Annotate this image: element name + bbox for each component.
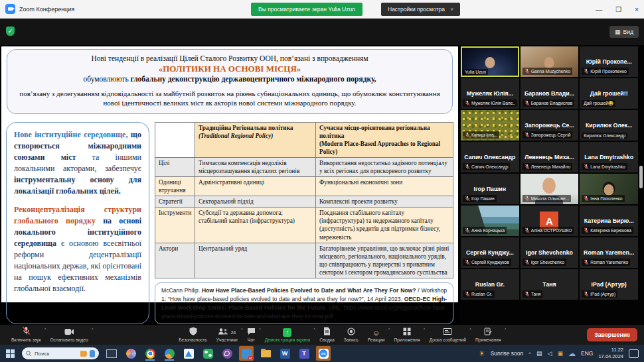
toolbar-stop-video-button[interactable]: ^Остановить видео <box>46 325 93 345</box>
taskbar-app-zoom-icon[interactable]: zm <box>316 346 331 361</box>
search-input[interactable]: Поиск <box>22 347 99 359</box>
participant-tile[interactable]: AАліна ОСТРОУШКО <box>521 206 579 236</box>
participant-tile[interactable]: Сергей Кунджу...Сергей Кунджуков <box>461 237 519 268</box>
toolbar-notes-button[interactable]: ^Примечания <box>471 325 506 345</box>
touch-keyboard-icon[interactable]: ▤ <box>536 350 542 357</box>
zoom-logo-icon <box>5 4 15 14</box>
toolbar-whiteboard-button[interactable]: ^Доска сообщений <box>425 325 471 345</box>
toolbar-security-button[interactable]: Безопасность <box>174 325 212 345</box>
taskbar-app-chrome-icon[interactable] <box>143 346 157 361</box>
table-cell: Цілі <box>155 157 195 176</box>
participant-video <box>544 57 554 68</box>
toolbar-record-button[interactable]: Запись <box>339 325 363 345</box>
alert-icon[interactable]: ▣ <box>558 350 564 357</box>
participant-tile[interactable]: Запорожець Се...Запорожець Сергій <box>521 110 579 141</box>
notification-center-icon[interactable] <box>629 349 639 358</box>
end-meeting-button[interactable]: Завершение <box>587 328 637 341</box>
muted-mic-icon <box>524 100 530 106</box>
gallery-scrollbar[interactable] <box>639 45 643 325</box>
participant-tile[interactable]: Igor ShevchenkoIgor Shevchenko <box>521 237 579 268</box>
participant-tile[interactable]: Юрій Прокопе...Юрій Прокопенко <box>580 46 638 77</box>
volume-icon[interactable]: ◁ <box>548 350 552 357</box>
participant-tile[interactable]: Lana DmytrashkoLana Dmytrashko <box>580 142 638 172</box>
participant-tile[interactable]: Ganna Muzychenko <box>521 46 579 77</box>
taskbar-app-edge-icon[interactable] <box>162 346 177 361</box>
participant-tile[interactable]: Левенець Миха...Левенець Михайло <box>521 142 579 172</box>
table-row: АкториЦентральний урядБагаторівневе упра… <box>155 243 453 278</box>
muted-mic-icon <box>524 259 530 265</box>
taskbar-app-task-view-icon[interactable] <box>104 346 119 361</box>
participant-tile[interactable]: Катерина Бирю...Катерина Бирюкова <box>580 206 638 236</box>
toolbar-summary-button[interactable]: Сводка <box>315 325 339 345</box>
taskbar-app-teams-icon[interactable]: T <box>297 346 311 361</box>
toolbar-item-label: Доска сообщений <box>430 337 466 342</box>
participant-tile[interactable]: Анна Корнацька <box>461 206 519 236</box>
table-cell: Актори <box>155 243 195 278</box>
toolbar-item-label: Включить звук <box>11 337 41 342</box>
camera-icon <box>64 326 74 338</box>
note-icon <box>484 326 492 338</box>
toolbar-item-label: Чат <box>248 337 255 342</box>
slide-title-line1: Нові тенденції в реалізації Цілей Сталог… <box>15 54 444 62</box>
search-placeholder: Поиск <box>35 351 49 357</box>
toolbar-item-label: Сводка <box>319 337 335 342</box>
taskbar-app-viber-icon[interactable] <box>220 346 234 361</box>
language-indicator[interactable]: ENG <box>581 350 593 357</box>
weather-text[interactable]: Sunrise soon <box>491 350 524 357</box>
view-layout-button[interactable]: ▦ Вид <box>609 26 639 38</box>
participant-tile[interactable]: iPad (Артур)iPad (Артур) <box>580 269 638 300</box>
participant-label: Roman Yaremenko <box>582 259 630 266</box>
participant-label: Мужеляк Юлія Вале.. <box>463 99 517 107</box>
toolbar-item-label: Участники <box>216 337 238 342</box>
toolbar-item-label: Запись <box>344 337 359 342</box>
weather-sun-icon[interactable]: ☀ <box>479 349 485 358</box>
minimize-button[interactable]: — <box>596 6 602 13</box>
left-paragraph-2: Реконцептуалізація структури глобального… <box>14 204 141 294</box>
participant-label: Igor Shevchenko <box>523 259 566 266</box>
participant-tile[interactable]: Баранов Влади...Баранов Владислав <box>521 78 579 109</box>
taskbar-app-word-icon[interactable]: W <box>278 346 292 361</box>
participant-tile[interactable]: Микола Ольхове... <box>521 174 579 204</box>
toolbar-participants-button[interactable]: 24^Участники <box>212 325 242 345</box>
participant-tile[interactable]: Ruslan Gr.Ruslan Gr. <box>461 269 519 300</box>
participant-tile[interactable]: Ігор ПашинІгор Пашин <box>461 174 519 204</box>
meeting-infobar: ✓ ▦ Вид <box>0 19 644 45</box>
participant-tile[interactable]: Інна Пахоленко <box>580 174 638 204</box>
taskbar-app-mail-icon[interactable] <box>181 346 196 361</box>
taskbar-app-photos-icon[interactable] <box>123 346 138 361</box>
view-settings-button[interactable]: Настройки просмотра ∨ <box>381 3 460 16</box>
table-cell: Одиниці втручання <box>155 177 195 196</box>
chevron-up-icon[interactable]: ^ <box>92 328 94 332</box>
toolbar-reactions-button[interactable]: ☺^Реакции <box>363 325 390 345</box>
zoom-toolbar: ^Включить звук^Остановить видео Безопасн… <box>0 325 644 345</box>
encryption-shield-icon[interactable]: ✓ <box>6 27 15 36</box>
toolbar-unmute-button[interactable]: ^Включить звук <box>7 325 46 345</box>
participant-tile[interactable]: Кирилюк Олек...Кирилюк Олександр <box>580 110 638 141</box>
participant-tile[interactable]: Сапич ОлександрСапич Олександр <box>461 142 519 172</box>
participant-tile[interactable]: Мужеляк Юлія...Мужеляк Юлія Вале.. <box>461 78 519 109</box>
restore-button[interactable]: ❐ <box>615 6 621 13</box>
toolbar-chat-button[interactable]: ^Чат <box>242 325 260 345</box>
participant-tile[interactable]: ТаняТаня <box>521 269 579 300</box>
participant-label: Інна Пахоленко <box>582 195 624 202</box>
participant-tile[interactable]: Roman Yaremen...Roman Yaremenko <box>580 237 638 268</box>
toolbar-share-screen-button[interactable]: ↑^Демонстрация экрана <box>260 325 315 345</box>
close-button[interactable]: × <box>635 6 639 13</box>
taskbar-clock[interactable]: 11:22 17.04.2024 <box>598 347 623 360</box>
start-button[interactable] <box>3 347 17 360</box>
participant-tile[interactable]: Yulia Uzun <box>461 46 519 77</box>
toolbar-apps-button[interactable]: ^Приложения <box>390 325 425 345</box>
muted-mic-icon <box>465 259 470 265</box>
taskbar-app-messenger-icon[interactable]: кс <box>239 346 254 361</box>
citation-text: McCann Philip. How Have Place-Based Poli… <box>161 287 447 320</box>
cloud-icon[interactable]: ☁ <box>568 349 576 358</box>
participant-tile[interactable]: Дай грошей!!Дай грошей😂 <box>580 78 638 109</box>
participant-tile[interactable]: Кипиш Інга... <box>461 110 519 141</box>
zoom-app-window: Zoom Конференция Вы просматриваете экран… <box>0 0 644 362</box>
chevron-up-icon[interactable]: ^ <box>505 328 507 332</box>
chevron-down-icon: ∨ <box>450 7 453 12</box>
scrollbar-thumb[interactable] <box>639 166 643 188</box>
taskbar-app-explorer-icon[interactable] <box>258 346 273 361</box>
taskbar-app-wechat-icon[interactable] <box>201 346 215 361</box>
tray-expand-chevron[interactable]: ^ <box>528 351 531 357</box>
